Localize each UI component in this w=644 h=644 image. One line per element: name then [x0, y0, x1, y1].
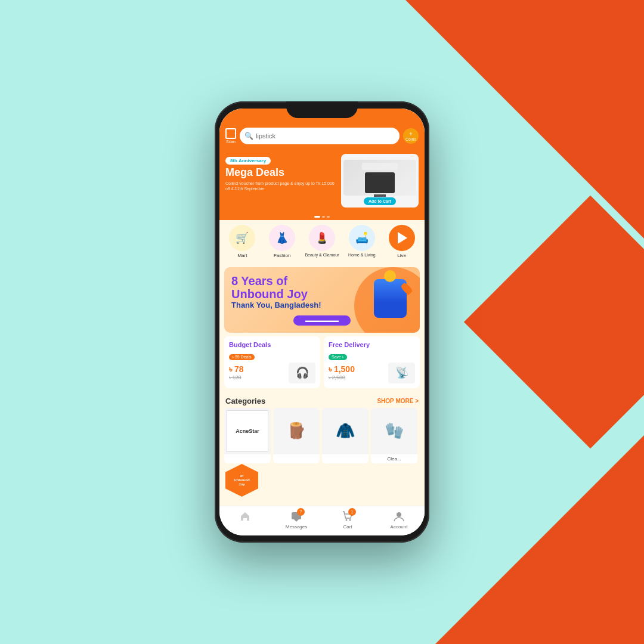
category-mart[interactable]: 🛒 Mart: [225, 225, 259, 259]
banner-right: Add to Cart: [341, 154, 419, 208]
beauty-label: Beauty & Glamour: [305, 253, 339, 258]
phone-screen: Scan 🔍 lipstick + Coins 8th Anniversary: [219, 109, 425, 535]
glove-image: 🧤: [371, 408, 417, 454]
fashion-label: Fashion: [274, 253, 290, 259]
promo-banner[interactable]: 8 Years of Unbound Joy Thank You, Bangla…: [224, 267, 420, 333]
scan-icon: [225, 128, 236, 139]
budget-deals-price: ৳ 78: [229, 364, 243, 374]
budget-deals-badge: ৳ 99 Deals: [229, 354, 255, 360]
shop-more-link[interactable]: SHOP MORE >: [377, 398, 419, 404]
acnestar-logo: AcneStar: [227, 410, 268, 452]
banner-area: 8th Anniversary Mega Deals Collect vouch…: [219, 149, 425, 213]
bottom-nav: 7 Messages 1 Cart: [219, 506, 425, 535]
coins-button[interactable]: + Coins: [403, 128, 419, 144]
svg-point-2: [349, 519, 351, 521]
cart-badge: 1: [348, 508, 356, 516]
categories-heading: Categories: [225, 397, 265, 405]
coins-label: Coins: [405, 137, 416, 141]
budget-deals-original-price: ৳ 120: [229, 374, 243, 381]
category-fashion[interactable]: 👗 Fashion: [265, 225, 299, 259]
mart-icon: 🛒: [229, 225, 255, 251]
account-nav-label: Account: [391, 524, 408, 530]
stand-image: 🪵: [273, 408, 320, 454]
mega-deals-title: Mega Deals: [225, 167, 336, 179]
search-bar[interactable]: 🔍 lipstick: [240, 128, 400, 144]
budget-deals-content: ৳ 78 ৳ 120 🎧: [229, 363, 315, 383]
home-label: Home & Living: [348, 253, 376, 258]
free-delivery-content: ৳ 1,500 ৳ 2,500 📡: [329, 363, 415, 383]
tv-icon: [365, 172, 395, 193]
bg-triangle-top-right: [405, 0, 644, 239]
nav-home[interactable]: [219, 510, 271, 530]
add-to-cart-button[interactable]: Add to Cart: [364, 197, 396, 205]
earphones-icon: 🎧: [289, 363, 315, 383]
phone-shell: Scan 🔍 lipstick + Coins 8th Anniversary: [215, 101, 429, 543]
dot-1: [314, 216, 320, 218]
anniversary-badge: 8th Anniversary: [225, 157, 271, 165]
nav-account[interactable]: Account: [373, 510, 425, 530]
budget-deals-title: Budget Deals: [229, 341, 315, 348]
nav-messages[interactable]: 7 Messages: [271, 510, 322, 530]
free-delivery-price: ৳ 1,500: [329, 364, 355, 374]
banner-description: Collect voucher from product page & enjo…: [225, 181, 336, 191]
deals-row: Budget Deals ৳ 99 Deals ৳ 78 ৳ 120 🎧 Fre: [224, 336, 420, 388]
messages-nav-label: Messages: [286, 524, 307, 530]
mart-label: Mart: [237, 253, 247, 259]
banner-left: 8th Anniversary Mega Deals Collect vouch…: [225, 154, 336, 208]
messages-nav-icon: 7: [290, 510, 303, 523]
search-input-value[interactable]: lipstick: [256, 132, 275, 140]
svg-point-1: [346, 519, 348, 521]
cart-nav-icon: 1: [341, 510, 354, 523]
budget-deals-card[interactable]: Budget Deals ৳ 99 Deals ৳ 78 ৳ 120 🎧: [224, 336, 320, 388]
phone-notch: [286, 101, 358, 118]
home-nav-icon: [239, 510, 252, 523]
play-icon: [398, 232, 407, 244]
live-icon: [389, 225, 415, 251]
product-grid: AcneStar 🪵 🧥 🧤 Clea...: [219, 408, 425, 463]
router-icon: 📡: [388, 363, 415, 383]
dot-2: [322, 216, 325, 218]
category-beauty[interactable]: 💄 Beauty & Glamour: [305, 225, 339, 258]
free-delivery-badge: Save ৳: [329, 354, 347, 360]
coat-image: 🧥: [322, 408, 369, 454]
category-home[interactable]: 🛋️ Home & Living: [345, 225, 379, 258]
account-nav-icon: [392, 510, 405, 523]
screen-content: Scan 🔍 lipstick + Coins 8th Anniversary: [219, 109, 425, 535]
dot-indicators: [219, 213, 425, 220]
product-acnestar[interactable]: AcneStar: [224, 408, 271, 463]
scan-label: Scan: [226, 140, 236, 144]
promo-main-text: Unbound Joy: [231, 287, 413, 301]
fashion-icon: 👗: [269, 225, 295, 251]
bg-triangle-bottom-right: [435, 435, 644, 644]
category-live[interactable]: Live: [385, 225, 419, 259]
promo-years-text: 8 Years of: [231, 274, 413, 287]
svg-point-3: [397, 512, 401, 517]
free-delivery-original-price: ৳ 2,500: [329, 374, 355, 381]
scan-button[interactable]: Scan: [225, 128, 236, 144]
nav-cart[interactable]: 1 Cart: [322, 510, 373, 530]
product-stand[interactable]: 🪵: [273, 408, 320, 463]
home-icon: 🛋️: [349, 225, 375, 251]
phone-wrapper: Scan 🔍 lipstick + Coins 8th Anniversary: [215, 101, 429, 543]
acnestar-image: AcneStar: [224, 408, 271, 454]
categories-section-header: Categories SHOP MORE >: [219, 392, 425, 408]
product-glove[interactable]: 🧤 Clea...: [371, 408, 417, 463]
free-delivery-card[interactable]: Free Delivery Save ৳ ৳ 1,500 ৳ 2,500 📡: [324, 336, 420, 388]
corner-anniversary-badge: of Unbound Joy: [225, 464, 258, 497]
promo-cta-button[interactable]: ▬▬▬▬▬▬▬: [293, 315, 351, 326]
banner-product-image: [343, 160, 416, 196]
dot-3: [327, 216, 330, 218]
categories-row: 🛒 Mart 👗 Fashion 💄 Beauty & Glamour 🛋️ H…: [219, 220, 425, 264]
product-glove-label: Clea...: [371, 454, 417, 463]
messages-badge: 7: [297, 508, 305, 516]
corner-badge-text: of Unbound Joy: [234, 474, 249, 487]
beauty-icon: 💄: [309, 225, 335, 251]
promo-subtitle: Thank You, Bangladesh!: [231, 301, 413, 309]
search-icon: 🔍: [244, 132, 253, 140]
live-label: Live: [397, 253, 406, 259]
cart-nav-label: Cart: [343, 524, 352, 530]
product-coat[interactable]: 🧥: [322, 408, 369, 463]
free-delivery-title: Free Delivery: [329, 341, 415, 348]
